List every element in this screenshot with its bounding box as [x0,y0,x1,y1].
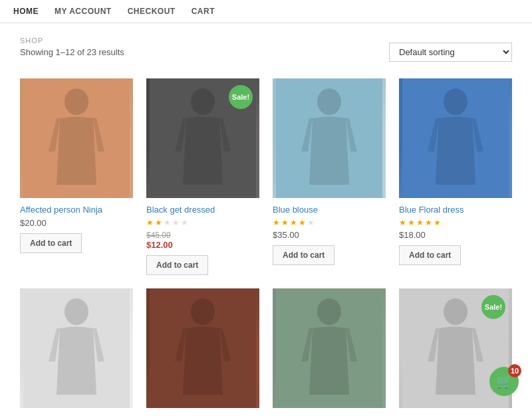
product-price: $18.00 [399,230,512,240]
price-regular: $20.00 [20,218,47,228]
product-stars: ★★★★★ [273,218,386,227]
product-name[interactable]: Black get dressed [146,205,259,215]
nav-cart[interactable]: CART [192,7,215,16]
add-to-cart-button[interactable]: Add to cart [146,255,208,275]
shop-label: SHOP [20,37,124,45]
price-regular: $35.00 [273,230,299,240]
price-old: $45.00 [146,231,171,240]
product-card: Blue Floral dress★★★★★$18.00Add to cart [399,78,512,275]
product-card: Blue blouse★★★★★$35.00Add to cart [273,78,386,275]
add-to-cart-button[interactable]: Add to cart [273,245,334,265]
product-price: $35.00 [273,230,386,240]
product-card: Brown Skirt$15.00Add to cart [146,288,259,416]
product-card: Blue Trousers★★★★★$9.00 [20,288,133,416]
product-name[interactable]: Blue blouse [273,205,386,215]
product-image[interactable] [273,288,386,408]
star-icon: ★ [307,218,315,227]
product-image[interactable]: Sale! [146,78,259,198]
cart-float-button[interactable]: 🛒 10 [489,367,519,396]
nav-my-account[interactable]: MY ACCOUNT [55,7,112,16]
star-icon: ★ [416,218,424,227]
sale-badge: Sale! [229,85,253,109]
product-stars: ★★★★★ [399,218,512,227]
product-price: $45.00$12.00 [146,230,259,250]
svg-point-11 [191,298,215,325]
nav-checkout[interactable]: CHECKOUT [128,7,176,16]
product-card: Brown Trousers★★★★★$9.00 [273,288,386,416]
product-grid: Affected person Ninja$20.00Add to cart S… [20,78,512,416]
svg-point-13 [317,298,341,325]
product-card: Sale!Checkered Skirt★★★★★$3.00$2.00 [399,288,512,416]
product-card: Sale!Black get dressed★★★★★$45.00$12.00A… [146,78,259,275]
nav-home[interactable]: HOME [13,7,39,16]
star-icon: ★ [273,218,280,227]
price-regular: $18.00 [399,230,426,240]
sale-badge: Sale! [481,295,505,319]
star-icon: ★ [425,218,432,227]
star-icon: ★ [399,218,406,227]
svg-point-15 [444,298,467,325]
cart-count-badge: 10 [508,364,521,377]
star-icon: ★ [172,218,180,227]
svg-point-5 [317,88,341,115]
add-to-cart-button[interactable]: Add to cart [399,245,461,265]
product-image[interactable] [399,78,512,198]
svg-point-9 [65,298,88,325]
star-icon: ★ [281,218,289,227]
star-icon: ★ [181,218,188,227]
product-image[interactable] [273,78,386,198]
results-info: Showing 1–12 of 23 results [20,47,124,57]
svg-point-3 [191,88,215,115]
product-price: $20.00 [20,218,133,228]
price-new: $12.00 [146,240,173,250]
star-icon: ★ [146,218,154,227]
product-stars: ★★★★★ [146,218,259,227]
product-image[interactable] [20,78,133,198]
product-name[interactable]: Affected person Ninja [20,205,133,215]
star-icon: ★ [299,218,306,227]
star-icon: ★ [434,218,441,227]
shop-info: SHOP Showing 1–12 of 23 results [20,37,124,68]
svg-point-1 [65,88,88,115]
product-name[interactable]: Blue Floral dress [399,205,512,215]
star-icon: ★ [164,218,171,227]
main-content: SHOP Showing 1–12 of 23 results Default … [0,23,532,416]
product-image[interactable] [146,288,259,408]
add-to-cart-button[interactable]: Add to cart [20,233,82,253]
product-card: Affected person Ninja$20.00Add to cart [20,78,133,275]
star-icon: ★ [155,218,162,227]
svg-point-7 [444,88,467,115]
top-bar: SHOP Showing 1–12 of 23 results Default … [20,37,512,68]
star-icon: ★ [408,218,415,227]
star-icon: ★ [290,218,297,227]
product-image[interactable] [20,288,133,408]
main-nav: HOME MY ACCOUNT CHECKOUT CART [0,0,532,23]
sort-select[interactable]: Default sorting Sort by popularity Sort … [389,43,512,62]
